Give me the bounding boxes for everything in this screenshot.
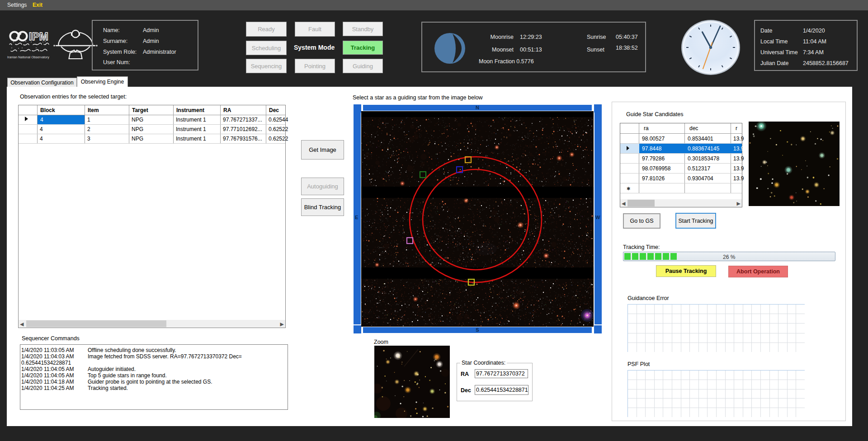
svg-text:IPM: IPM — [29, 30, 48, 42]
svg-text:Iranian National Observatory: Iranian National Observatory — [7, 55, 49, 59]
